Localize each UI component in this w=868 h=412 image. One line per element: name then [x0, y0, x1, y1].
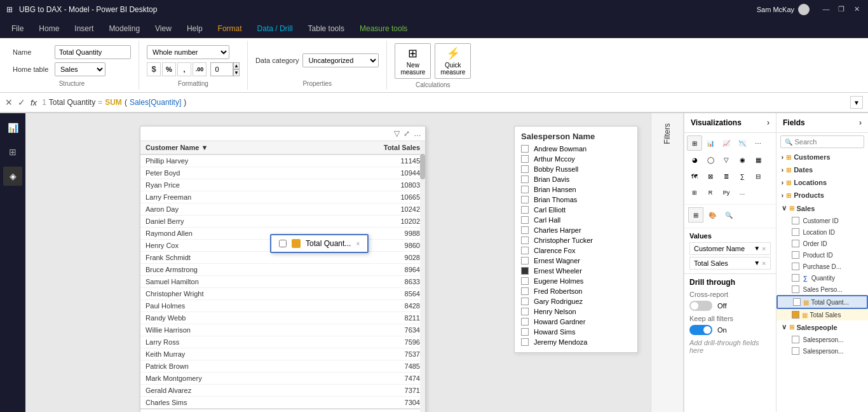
- quick-measure-button[interactable]: ⚡ Quickmeasure: [435, 43, 471, 79]
- check-sales-person[interactable]: [792, 285, 799, 293]
- slicer-check[interactable]: [521, 226, 529, 234]
- value-totalsales-dropdown[interactable]: ▼: [754, 259, 760, 267]
- viz-icon-waterfall[interactable]: ⊟: [750, 168, 766, 184]
- viz-icon-treemap[interactable]: ⊞: [687, 185, 702, 200]
- menu-file[interactable]: File: [5, 22, 30, 36]
- cancel-formula-icon[interactable]: ✕: [5, 97, 13, 107]
- group-locations[interactable]: › ⊞ Locations: [776, 176, 869, 189]
- value-total-sales[interactable]: Total Sales ▼ ×: [689, 257, 771, 270]
- viz-icon-donut[interactable]: ◯: [703, 152, 718, 167]
- slicer-check[interactable]: [521, 155, 529, 163]
- decimal-value-input[interactable]: [210, 62, 233, 76]
- data-view-icon[interactable]: ⊞: [3, 142, 22, 161]
- expand-icon[interactable]: ⤢: [403, 129, 410, 138]
- check-customer-id[interactable]: [792, 217, 799, 224]
- viz-icon-gauge[interactable]: ◉: [735, 152, 750, 167]
- menu-modeling[interactable]: Modeling: [102, 22, 146, 36]
- check-purchase-date[interactable]: [792, 263, 799, 270]
- decimal-button[interactable]: .00: [193, 62, 207, 76]
- group-products[interactable]: › ⊞ Products: [776, 189, 869, 202]
- menu-home[interactable]: Home: [32, 22, 65, 36]
- viz-icon-map[interactable]: 🗺: [687, 168, 702, 184]
- viz-icon-r[interactable]: R: [703, 185, 718, 200]
- viz-icon-line[interactable]: 📈: [719, 135, 734, 151]
- slicer-check[interactable]: [521, 196, 529, 203]
- drag-close-icon[interactable]: ×: [356, 240, 360, 247]
- check-salesperson-2[interactable]: [792, 347, 799, 355]
- slicer-check[interactable]: [521, 206, 529, 214]
- value-remove-icon[interactable]: ×: [762, 245, 766, 252]
- new-measure-button[interactable]: ⊞ Newmeasure: [395, 43, 431, 79]
- viz-expand-btn[interactable]: ›: [767, 118, 770, 127]
- slicer-check[interactable]: [521, 145, 529, 153]
- slicer-check[interactable]: [521, 308, 529, 315]
- viz-icon-bar[interactable]: 📊: [703, 135, 718, 151]
- slicer-check[interactable]: [521, 165, 529, 173]
- filter-icon[interactable]: ▽: [394, 129, 400, 138]
- hometable-select[interactable]: Sales: [55, 62, 105, 76]
- viz-format-icon[interactable]: 🎨: [705, 207, 720, 223]
- menu-format[interactable]: Format: [212, 22, 248, 36]
- menu-help[interactable]: Help: [180, 22, 209, 36]
- viz-icon-area[interactable]: 📉: [735, 135, 750, 151]
- slicer-check[interactable]: [521, 247, 529, 254]
- slicer-check[interactable]: [521, 287, 529, 295]
- fields-expand-btn[interactable]: ›: [859, 118, 862, 127]
- menu-measure-tools[interactable]: Measure tools: [353, 22, 414, 36]
- minimize-button[interactable]: —: [821, 4, 831, 14]
- check-location-id[interactable]: [792, 228, 799, 236]
- slicer-check[interactable]: [521, 267, 529, 275]
- check-product-id[interactable]: [792, 251, 799, 259]
- slicer-check[interactable]: [521, 186, 529, 193]
- group-dates[interactable]: › ⊞ Dates: [776, 163, 869, 176]
- value-totalsales-remove[interactable]: ×: [762, 259, 766, 267]
- slicer-check[interactable]: [521, 328, 529, 336]
- menu-table-tools[interactable]: Table tools: [302, 22, 351, 36]
- slicer-check[interactable]: [521, 175, 529, 183]
- check-salesperson-1[interactable]: [792, 336, 799, 343]
- close-button[interactable]: ✕: [851, 4, 862, 14]
- scroll-thumb[interactable]: [420, 154, 425, 179]
- field-total-sales[interactable]: ▦ Total Sales: [776, 309, 869, 320]
- slicer-check[interactable]: [521, 298, 529, 305]
- viz-icon-card[interactable]: ▦: [750, 152, 766, 167]
- viz-icon-funnel[interactable]: ▽: [719, 152, 734, 167]
- menu-insert[interactable]: Insert: [68, 22, 100, 36]
- slicer-check[interactable]: [521, 237, 529, 244]
- viz-icon-slicer[interactable]: ≣: [719, 168, 734, 184]
- check-total-sales[interactable]: [792, 311, 799, 319]
- percent-button[interactable]: %: [162, 62, 176, 76]
- more-icon[interactable]: …: [414, 129, 421, 138]
- viz-icon-py[interactable]: Py: [719, 185, 734, 200]
- field-total-quantity[interactable]: ▦ Total Quant...: [776, 295, 869, 309]
- formula-text[interactable]: 1 Total Quantity = SUM ( Sales[Quantity]…: [42, 98, 845, 107]
- group-customers[interactable]: › ⊞ Customers: [776, 151, 869, 163]
- search-input[interactable]: [795, 138, 860, 146]
- viz-icon-scatter[interactable]: ⋯: [750, 135, 766, 151]
- currency-button[interactable]: $: [147, 62, 161, 76]
- menu-data-drill[interactable]: Data / Drill: [251, 22, 299, 36]
- viz-field-icon[interactable]: ⊞: [688, 207, 703, 223]
- viz-icon-table[interactable]: ⊞: [687, 135, 702, 151]
- model-view-icon[interactable]: ◈: [3, 167, 22, 186]
- group-salespeople[interactable]: ∨ ⊞ Salespeople: [776, 320, 869, 334]
- keep-filters-toggle[interactable]: [689, 325, 712, 335]
- scroll-bar[interactable]: [420, 141, 425, 412]
- number-type-select[interactable]: Whole number: [147, 45, 229, 59]
- cross-report-toggle[interactable]: [689, 301, 712, 311]
- value-customer-name[interactable]: Customer Name ▼ ×: [689, 242, 771, 255]
- slicer-check[interactable]: [521, 338, 529, 346]
- decimal-up[interactable]: ▲: [233, 62, 240, 69]
- viz-icon-more[interactable]: …: [735, 185, 750, 200]
- name-input[interactable]: [55, 45, 131, 59]
- canvas-area[interactable]: ▽ ⤢ … Customer Name ▼ Total Sales Philli…: [25, 113, 651, 412]
- viz-icon-pie[interactable]: ◕: [687, 152, 702, 167]
- check-quantity[interactable]: [792, 274, 799, 282]
- data-category-select[interactable]: Uncategorized: [302, 53, 379, 67]
- maximize-button[interactable]: ❐: [836, 4, 846, 14]
- decimal-down[interactable]: ▼: [233, 69, 240, 76]
- viz-analytics-icon[interactable]: 🔍: [721, 207, 736, 223]
- viz-icon-kpi[interactable]: ∑: [735, 168, 750, 184]
- slicer-check[interactable]: [521, 257, 529, 264]
- confirm-formula-icon[interactable]: ✓: [18, 97, 25, 107]
